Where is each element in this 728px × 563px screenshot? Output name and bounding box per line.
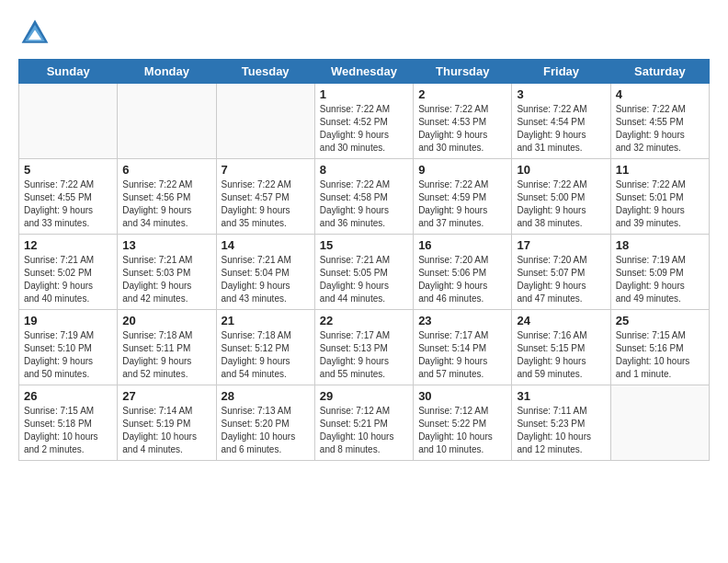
cell-date: 18 bbox=[616, 238, 704, 252]
cell-info: Sunrise: 7:20 AM Sunset: 5:07 PM Dayligh… bbox=[517, 254, 605, 305]
cell-info: Sunrise: 7:16 AM Sunset: 5:15 PM Dayligh… bbox=[517, 329, 605, 381]
calendar-cell: 14Sunrise: 7:21 AM Sunset: 5:04 PM Dayli… bbox=[216, 235, 314, 310]
weekday-wednesday: Wednesday bbox=[314, 60, 413, 84]
cell-date: 8 bbox=[320, 163, 408, 177]
cell-date: 6 bbox=[122, 163, 210, 177]
calendar-cell: 9Sunrise: 7:22 AM Sunset: 4:59 PM Daylig… bbox=[414, 159, 512, 235]
weekday-monday: Monday bbox=[118, 60, 216, 84]
calendar-cell bbox=[118, 84, 216, 159]
cell-date: 5 bbox=[24, 163, 112, 177]
cell-date: 28 bbox=[222, 389, 310, 403]
calendar-cell: 6Sunrise: 7:22 AM Sunset: 4:56 PM Daylig… bbox=[118, 159, 216, 235]
cell-date: 14 bbox=[222, 238, 310, 252]
calendar-cell: 2Sunrise: 7:22 AM Sunset: 4:53 PM Daylig… bbox=[414, 84, 512, 159]
weekday-tuesday: Tuesday bbox=[216, 60, 314, 84]
cell-info: Sunrise: 7:21 AM Sunset: 5:05 PM Dayligh… bbox=[320, 254, 408, 305]
calendar-cell: 10Sunrise: 7:22 AM Sunset: 5:00 PM Dayli… bbox=[512, 159, 610, 235]
cell-info: Sunrise: 7:22 AM Sunset: 5:01 PM Dayligh… bbox=[616, 178, 704, 230]
calendar-cell: 4Sunrise: 7:22 AM Sunset: 4:55 PM Daylig… bbox=[610, 84, 709, 159]
cell-date: 27 bbox=[122, 389, 210, 403]
weekday-friday: Friday bbox=[512, 60, 610, 84]
calendar-cell: 21Sunrise: 7:18 AM Sunset: 5:12 PM Dayli… bbox=[216, 310, 314, 385]
cell-info: Sunrise: 7:19 AM Sunset: 5:10 PM Dayligh… bbox=[24, 329, 112, 381]
calendar-cell: 24Sunrise: 7:16 AM Sunset: 5:15 PM Dayli… bbox=[512, 310, 610, 385]
calendar-cell: 3Sunrise: 7:22 AM Sunset: 4:54 PM Daylig… bbox=[512, 84, 610, 159]
cell-info: Sunrise: 7:22 AM Sunset: 4:56 PM Dayligh… bbox=[122, 178, 210, 230]
calendar-row-1: 1Sunrise: 7:22 AM Sunset: 4:52 PM Daylig… bbox=[19, 84, 710, 159]
cell-date: 7 bbox=[222, 163, 310, 177]
cell-info: Sunrise: 7:20 AM Sunset: 5:06 PM Dayligh… bbox=[418, 254, 506, 305]
cell-info: Sunrise: 7:12 AM Sunset: 5:21 PM Dayligh… bbox=[320, 405, 408, 456]
cell-info: Sunrise: 7:22 AM Sunset: 4:55 PM Dayligh… bbox=[616, 103, 704, 155]
cell-info: Sunrise: 7:22 AM Sunset: 4:58 PM Dayligh… bbox=[320, 178, 408, 230]
logo-icon bbox=[18, 17, 51, 50]
cell-date: 22 bbox=[320, 314, 408, 327]
cell-date: 13 bbox=[122, 238, 210, 252]
weekday-thursday: Thursday bbox=[414, 60, 512, 84]
cell-date: 25 bbox=[616, 314, 704, 327]
cell-info: Sunrise: 7:19 AM Sunset: 5:09 PM Dayligh… bbox=[616, 254, 704, 305]
cell-info: Sunrise: 7:11 AM Sunset: 5:23 PM Dayligh… bbox=[517, 405, 605, 456]
cell-info: Sunrise: 7:22 AM Sunset: 5:00 PM Dayligh… bbox=[517, 178, 605, 230]
cell-date: 1 bbox=[320, 87, 408, 101]
logo bbox=[18, 17, 55, 50]
calendar-cell: 23Sunrise: 7:17 AM Sunset: 5:14 PM Dayli… bbox=[414, 310, 512, 385]
calendar-cell: 19Sunrise: 7:19 AM Sunset: 5:10 PM Dayli… bbox=[19, 310, 118, 385]
calendar-cell: 8Sunrise: 7:22 AM Sunset: 4:58 PM Daylig… bbox=[314, 159, 413, 235]
calendar-cell: 16Sunrise: 7:20 AM Sunset: 5:06 PM Dayli… bbox=[414, 235, 512, 310]
cell-date: 15 bbox=[320, 238, 408, 252]
cell-info: Sunrise: 7:22 AM Sunset: 4:54 PM Dayligh… bbox=[517, 103, 605, 155]
cell-info: Sunrise: 7:13 AM Sunset: 5:20 PM Dayligh… bbox=[222, 405, 310, 456]
calendar-cell bbox=[19, 84, 118, 159]
calendar-table: SundayMondayTuesdayWednesdayThursdayFrid… bbox=[18, 59, 710, 461]
cell-info: Sunrise: 7:22 AM Sunset: 4:59 PM Dayligh… bbox=[418, 178, 506, 230]
cell-date: 20 bbox=[122, 314, 210, 327]
cell-info: Sunrise: 7:21 AM Sunset: 5:04 PM Dayligh… bbox=[222, 254, 310, 305]
cell-date: 24 bbox=[517, 314, 605, 327]
calendar-cell bbox=[216, 84, 314, 159]
cell-info: Sunrise: 7:14 AM Sunset: 5:19 PM Dayligh… bbox=[122, 405, 210, 456]
calendar-cell: 5Sunrise: 7:22 AM Sunset: 4:55 PM Daylig… bbox=[19, 159, 118, 235]
cell-date: 16 bbox=[418, 238, 506, 252]
cell-info: Sunrise: 7:21 AM Sunset: 5:03 PM Dayligh… bbox=[122, 254, 210, 305]
calendar-cell: 26Sunrise: 7:15 AM Sunset: 5:18 PM Dayli… bbox=[19, 385, 118, 461]
calendar-cell: 13Sunrise: 7:21 AM Sunset: 5:03 PM Dayli… bbox=[118, 235, 216, 310]
cell-info: Sunrise: 7:18 AM Sunset: 5:12 PM Dayligh… bbox=[222, 329, 310, 381]
cell-date: 11 bbox=[616, 163, 704, 177]
cell-date: 10 bbox=[517, 163, 605, 177]
calendar-cell: 27Sunrise: 7:14 AM Sunset: 5:19 PM Dayli… bbox=[118, 385, 216, 461]
calendar-row-4: 19Sunrise: 7:19 AM Sunset: 5:10 PM Dayli… bbox=[19, 310, 710, 385]
cell-info: Sunrise: 7:17 AM Sunset: 5:14 PM Dayligh… bbox=[418, 329, 506, 381]
weekday-sunday: Sunday bbox=[19, 60, 118, 84]
cell-date: 2 bbox=[418, 87, 506, 101]
calendar-row-3: 12Sunrise: 7:21 AM Sunset: 5:02 PM Dayli… bbox=[19, 235, 710, 310]
cell-info: Sunrise: 7:12 AM Sunset: 5:22 PM Dayligh… bbox=[418, 405, 506, 456]
calendar-cell: 7Sunrise: 7:22 AM Sunset: 4:57 PM Daylig… bbox=[216, 159, 314, 235]
cell-date: 30 bbox=[418, 389, 506, 403]
cell-date: 12 bbox=[24, 238, 112, 252]
cell-info: Sunrise: 7:22 AM Sunset: 4:55 PM Dayligh… bbox=[24, 178, 112, 230]
calendar-cell bbox=[610, 385, 709, 461]
header bbox=[18, 17, 710, 50]
weekday-saturday: Saturday bbox=[610, 60, 709, 84]
cell-info: Sunrise: 7:21 AM Sunset: 5:02 PM Dayligh… bbox=[24, 254, 112, 305]
cell-date: 9 bbox=[418, 163, 506, 177]
cell-info: Sunrise: 7:22 AM Sunset: 4:52 PM Dayligh… bbox=[320, 103, 408, 155]
cell-info: Sunrise: 7:22 AM Sunset: 4:57 PM Dayligh… bbox=[222, 178, 310, 230]
weekday-header-row: SundayMondayTuesdayWednesdayThursdayFrid… bbox=[19, 60, 710, 84]
calendar-row-2: 5Sunrise: 7:22 AM Sunset: 4:55 PM Daylig… bbox=[19, 159, 710, 235]
calendar-cell: 28Sunrise: 7:13 AM Sunset: 5:20 PM Dayli… bbox=[216, 385, 314, 461]
calendar-page: SundayMondayTuesdayWednesdayThursdayFrid… bbox=[0, 0, 728, 474]
cell-info: Sunrise: 7:15 AM Sunset: 5:18 PM Dayligh… bbox=[24, 405, 112, 456]
cell-date: 26 bbox=[24, 389, 112, 403]
cell-date: 4 bbox=[616, 87, 704, 101]
calendar-cell: 17Sunrise: 7:20 AM Sunset: 5:07 PM Dayli… bbox=[512, 235, 610, 310]
calendar-cell: 18Sunrise: 7:19 AM Sunset: 5:09 PM Dayli… bbox=[610, 235, 709, 310]
calendar-cell: 20Sunrise: 7:18 AM Sunset: 5:11 PM Dayli… bbox=[118, 310, 216, 385]
cell-info: Sunrise: 7:15 AM Sunset: 5:16 PM Dayligh… bbox=[616, 329, 704, 381]
calendar-cell: 15Sunrise: 7:21 AM Sunset: 5:05 PM Dayli… bbox=[314, 235, 413, 310]
calendar-cell: 11Sunrise: 7:22 AM Sunset: 5:01 PM Dayli… bbox=[610, 159, 709, 235]
cell-info: Sunrise: 7:17 AM Sunset: 5:13 PM Dayligh… bbox=[320, 329, 408, 381]
calendar-row-5: 26Sunrise: 7:15 AM Sunset: 5:18 PM Dayli… bbox=[19, 385, 710, 461]
cell-date: 23 bbox=[418, 314, 506, 327]
